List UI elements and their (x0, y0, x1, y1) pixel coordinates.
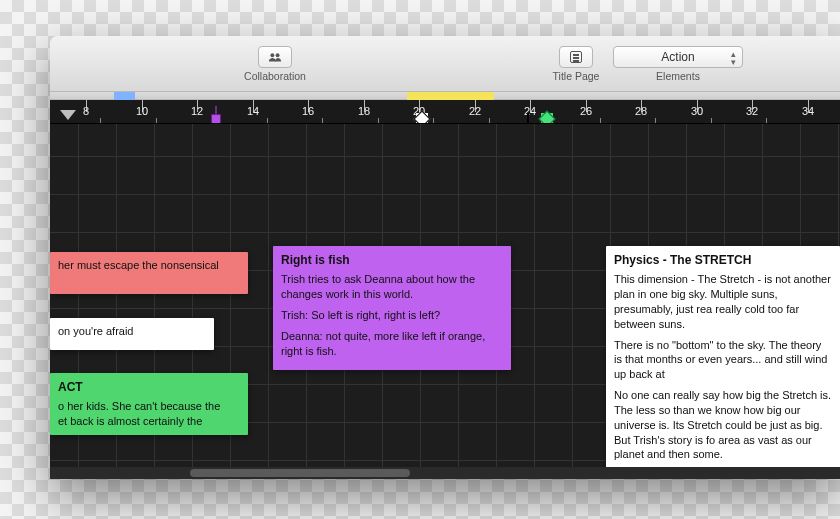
timeline-ruler[interactable]: 8 10 12 14 16 18 20 22 24 26 28 30 32 34 (50, 100, 840, 124)
card-text: o her kids. She can't because the et bac… (58, 400, 220, 427)
elements-selected: Action (661, 50, 694, 64)
collaboration-group: Collaboration (230, 46, 320, 82)
card-text: No one can really say how big the Stretc… (614, 388, 832, 462)
highlight-segment-blue (114, 92, 135, 100)
titlepage-button[interactable] (559, 46, 593, 68)
ruler-tick: 16 (302, 105, 314, 117)
marker-square-white[interactable] (527, 114, 537, 124)
ruler-tick: 18 (358, 105, 370, 117)
marker-diamond-white[interactable] (416, 113, 428, 124)
ruler-highlight-bar (50, 92, 840, 100)
card-text: Trish: So left is right, right is left? (281, 308, 503, 323)
horizontal-scrollbar[interactable] (50, 467, 840, 479)
ruler-tick: 28 (635, 105, 647, 117)
ruler-tick: 30 (691, 105, 703, 117)
card-pink[interactable]: her must escape the nonsensical (50, 252, 248, 294)
card-text: her must escape the nonsensical (58, 259, 219, 271)
elements-label: Elements (608, 70, 748, 82)
elements-popup[interactable]: Action ▴▾ (613, 46, 743, 68)
card-green[interactable]: ACT o her kids. She can't because the et… (50, 373, 248, 435)
ruler-tick: 26 (580, 105, 592, 117)
titlepage-label: Title Page (548, 70, 604, 82)
titlepage-group: Title Page (548, 46, 604, 82)
page-icon (570, 51, 582, 63)
ruler-tick: 32 (746, 105, 758, 117)
collaboration-button[interactable] (258, 46, 292, 68)
svg-point-1 (276, 53, 280, 57)
card-text: on you're afraid (58, 325, 133, 337)
card-title: Right is fish (281, 252, 503, 268)
toolbar: Collaboration Title Page Action ▴▾ Eleme… (50, 36, 840, 92)
card-text: Deanna: not quite, more like left if ora… (281, 329, 503, 359)
card-purple[interactable]: Right is fish Trish tries to ask Deanna … (273, 246, 511, 370)
card-text: There is no "bottom" to the sky. The the… (614, 338, 832, 383)
ruler-tick: 14 (247, 105, 259, 117)
ruler-tick: 34 (802, 105, 814, 117)
card-title: Physics - The STRETCH (614, 252, 832, 268)
card-text: This dimension - The Stretch - is not an… (614, 272, 832, 331)
ruler-tick: 12 (191, 105, 203, 117)
card-text: Trish tries to ask Deanna about how the … (281, 272, 503, 302)
scrollbar-thumb[interactable] (190, 469, 410, 477)
marker-diamond-green[interactable] (541, 113, 553, 124)
app-window: Collaboration Title Page Action ▴▾ Eleme… (50, 36, 840, 479)
ruler-tick: 8 (83, 105, 89, 117)
ruler-tick: 22 (469, 105, 481, 117)
svg-point-0 (270, 53, 274, 57)
people-icon (268, 52, 282, 62)
highlight-segment-yellow (407, 92, 494, 100)
chevron-updown-icon: ▴▾ (731, 50, 736, 66)
card-white-small[interactable]: on you're afraid (50, 318, 214, 350)
ruler-tick: 10 (136, 105, 148, 117)
collaboration-label: Collaboration (230, 70, 320, 82)
elements-group: Action ▴▾ Elements (608, 46, 748, 82)
corkboard-canvas[interactable]: her must escape the nonsensical on you'r… (50, 124, 840, 479)
card-physics[interactable]: Physics - The STRETCH This dimension - T… (606, 246, 840, 474)
card-title: ACT (58, 379, 240, 395)
